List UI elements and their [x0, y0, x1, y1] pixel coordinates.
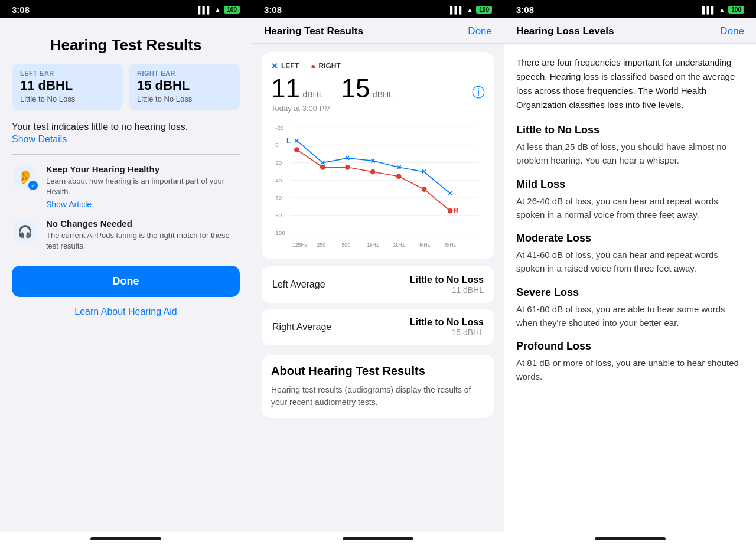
left-ear-value: 11 dBHL [20, 79, 115, 92]
left-avg-right: Little to No Loss 11 dBHL [410, 275, 484, 295]
svg-point-33 [396, 174, 402, 179]
left-ear-label: LEFT EAR [20, 70, 115, 77]
panel3-scroll: There are four frequencies important for… [504, 44, 756, 532]
ear-health-icon: 👂 [13, 165, 37, 189]
about-title: About Hearing Test Results [271, 364, 485, 378]
wifi-icon-3: ▲ [718, 6, 725, 14]
right-avg-card: Right Average Little to No Loss 15 dBHL [262, 309, 494, 345]
page-title-1: Hearing Test Results [12, 36, 240, 54]
svg-text:100: 100 [275, 230, 285, 236]
tip-item-hearing-healthy: 👂 Keep Your Hearing Healthy Learn about … [12, 164, 240, 208]
right-ear-value: 15 dBHL [137, 79, 232, 92]
learn-hearing-aid-link[interactable]: Learn About Hearing Aid [12, 306, 240, 317]
panel2-title: Hearing Test Results [264, 25, 363, 37]
status-bar-2: 3:08 ▌▌▌ ▲ 100 [252, 0, 504, 18]
panel3-header: Hearing Loss Levels Done [504, 18, 756, 44]
status-bar-1: 3:08 ▌▌▌ ▲ 100 [0, 0, 252, 18]
tip-text-hearing: Keep Your Hearing Healthy Learn about ho… [46, 164, 240, 208]
svg-text:1kHz: 1kHz [367, 242, 379, 248]
info-button[interactable]: ⓘ [472, 84, 485, 102]
svg-point-35 [448, 208, 453, 214]
svg-text:✕: ✕ [421, 168, 427, 176]
panel-hearing-loss-levels: 3:08 ▌▌▌ ▲ 100 Hearing Loss Levels Done … [504, 0, 756, 545]
right-ear-desc: Little to No Loss [137, 94, 232, 103]
averages-section: Left Average Little to No Loss 11 dBHL R… [262, 266, 494, 345]
loss-level-severe: Severe Loss At 61-80 dB of loss, you are… [516, 286, 744, 330]
left-ear-card: LEFT EAR 11 dBHL Little to No Loss [12, 64, 123, 110]
right-ear-label: RIGHT EAR [137, 70, 232, 77]
status-time-3: 3:08 [516, 5, 534, 15]
right-avg-right: Little to No Loss 15 dBHL [410, 317, 484, 337]
status-icons-3: ▌▌▌ ▲ 100 [702, 6, 744, 14]
svg-text:2kHz: 2kHz [393, 242, 405, 248]
left-avg-card: Left Average Little to No Loss 11 dBHL [262, 266, 494, 303]
panel3-done-link[interactable]: Done [720, 25, 744, 37]
svg-text:✕: ✕ [396, 164, 402, 172]
signal-icon-3: ▌▌▌ [702, 6, 716, 14]
show-details-link[interactable]: Show Details [12, 134, 67, 144]
wifi-icon-1: ▲ [214, 6, 221, 14]
divider-1 [12, 154, 240, 155]
tip-item-no-changes: 🎧 No Changes Needed The current AirPods … [12, 218, 240, 252]
svg-text:125Hz: 125Hz [292, 242, 308, 248]
svg-point-31 [345, 165, 350, 170]
svg-text:250: 250 [317, 242, 326, 248]
panel2-header: Hearing Test Results Done [252, 18, 504, 44]
svg-point-34 [422, 187, 427, 192]
loss-level-mild: Mild Loss At 26-40 dB of loss, you can h… [516, 178, 744, 222]
svg-text:8kHz: 8kHz [444, 242, 457, 248]
svg-text:-20: -20 [275, 125, 284, 131]
show-article-link[interactable]: Show Article [46, 200, 240, 209]
svg-text:500: 500 [341, 242, 350, 248]
loss-level-profound: Profound Loss At 81 dB or more of loss, … [516, 340, 744, 384]
svg-text:0: 0 [275, 142, 279, 148]
svg-text:80: 80 [275, 212, 282, 218]
status-time-1: 3:08 [12, 5, 30, 15]
home-indicator-3 [504, 532, 756, 545]
svg-text:✕: ✕ [294, 137, 299, 145]
chart-card: ✕ LEFT ● RIGHT 11 dBHL 15 dBHL ⓘ [262, 52, 494, 259]
summary-text: Your test indicates little to no hearing… [12, 120, 240, 145]
status-bar-3: 3:08 ▌▌▌ ▲ 100 [504, 0, 756, 18]
home-bar-1 [90, 537, 161, 540]
svg-text:✕: ✕ [447, 190, 453, 198]
signal-icon-2: ▌▌▌ [450, 6, 464, 14]
svg-point-29 [294, 147, 299, 152]
right-avg-label: Right Average [272, 322, 331, 332]
panel2-done-link[interactable]: Done [468, 25, 492, 37]
panel3-title: Hearing Loss Levels [516, 25, 614, 37]
svg-text:R: R [454, 207, 459, 215]
status-time-2: 3:08 [264, 5, 282, 15]
panel-hearing-chart: 3:08 ▌▌▌ ▲ 100 Hearing Test Results Done… [252, 0, 504, 545]
right-value-display: 15 dBHL [323, 76, 393, 102]
left-ear-desc: Little to No Loss [20, 94, 115, 103]
svg-text:L: L [286, 137, 291, 145]
svg-text:4kHz: 4kHz [418, 242, 431, 248]
panel-hearing-test-results: 3:08 ▌▌▌ ▲ 100 Hearing Test Results LEFT… [0, 0, 252, 545]
battery-badge-3: 100 [728, 6, 744, 14]
audiogram-chart: -20 0 20 40 60 80 100 125Hz [271, 120, 485, 250]
svg-text:60: 60 [275, 194, 282, 201]
chart-legend: ✕ LEFT ● RIGHT [271, 61, 485, 71]
wifi-icon-2: ▲ [466, 6, 473, 14]
legend-left: ✕ LEFT [271, 61, 299, 71]
about-text: Hearing test results (audiograms) displa… [271, 384, 485, 409]
loss-level-moderate: Moderate Loss At 41-60 dB of loss, you c… [516, 232, 744, 276]
done-button-1[interactable]: Done [12, 266, 240, 297]
home-indicator-1 [0, 532, 252, 545]
chart-values: 11 dBHL 15 dBHL ⓘ [271, 76, 485, 102]
loss-level-little: Little to No Loss At less than 25 dB of … [516, 124, 744, 168]
left-avg-label: Left Average [272, 279, 325, 290]
svg-text:✕: ✕ [370, 157, 376, 165]
airpods-icon: 🎧 [13, 220, 37, 243]
status-icons-1: ▌▌▌ ▲ 100 [198, 6, 240, 14]
left-value-display: 11 dBHL [271, 76, 323, 102]
svg-point-32 [370, 169, 376, 175]
home-bar-2 [343, 537, 413, 540]
p3-intro-text: There are four frequencies important for… [516, 56, 744, 112]
chart-timestamp: Today at 3:00 PM [271, 104, 485, 113]
home-bar-3 [595, 537, 666, 540]
signal-icon-1: ▌▌▌ [198, 6, 211, 14]
battery-badge-1: 100 [224, 6, 240, 14]
ear-cards: LEFT EAR 11 dBHL Little to No Loss RIGHT… [12, 64, 240, 110]
